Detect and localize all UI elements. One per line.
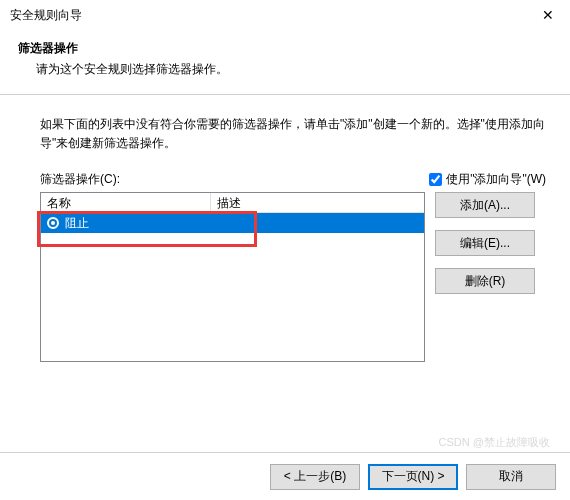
header-subtitle: 请为这个安全规则选择筛选器操作。 — [18, 61, 546, 78]
list-header-row: 筛选器操作(C): 使用"添加向导"(W) — [40, 171, 546, 188]
remove-button[interactable]: 删除(R) — [435, 268, 535, 294]
edit-button[interactable]: 编辑(E)... — [435, 230, 535, 256]
header-title: 筛选器操作 — [18, 40, 546, 57]
filter-action-listbox[interactable]: 名称 描述 阻止 — [40, 192, 425, 362]
use-wizard-label: 使用"添加向导"(W) — [446, 171, 546, 188]
list-item[interactable]: 阻止 — [41, 213, 424, 233]
body-description: 如果下面的列表中没有符合你需要的筛选器操作，请单击"添加"创建一个新的。选择"使… — [40, 115, 546, 153]
close-button[interactable]: ✕ — [525, 0, 570, 30]
header-section: 筛选器操作 请为这个安全规则选择筛选器操作。 — [0, 30, 570, 95]
cancel-button[interactable]: 取消 — [466, 464, 556, 490]
body-section: 如果下面的列表中没有符合你需要的筛选器操作，请单击"添加"创建一个新的。选择"使… — [0, 95, 570, 362]
use-wizard-checkbox-area[interactable]: 使用"添加向导"(W) — [429, 171, 546, 188]
side-buttons: 添加(A)... 编辑(E)... 删除(R) — [435, 192, 535, 294]
add-button[interactable]: 添加(A)... — [435, 192, 535, 218]
radio-selected-icon — [47, 217, 59, 229]
list-columns: 名称 描述 — [41, 193, 424, 213]
list-item-label: 阻止 — [65, 215, 89, 232]
titlebar: 安全规则向导 ✕ — [0, 0, 570, 30]
list-label: 筛选器操作(C): — [40, 171, 429, 188]
column-name[interactable]: 名称 — [41, 193, 211, 212]
footer: < 上一步(B) 下一页(N) > 取消 — [0, 452, 570, 500]
back-button[interactable]: < 上一步(B) — [270, 464, 360, 490]
content-row: 名称 描述 阻止 添加(A)... 编辑(E)... 删除(R) — [40, 192, 546, 362]
column-desc[interactable]: 描述 — [211, 193, 424, 212]
window-title: 安全规则向导 — [10, 7, 525, 24]
watermark: CSDN @禁止故障吸收 — [439, 435, 550, 450]
close-icon: ✕ — [542, 7, 554, 23]
next-button[interactable]: 下一页(N) > — [368, 464, 458, 490]
use-wizard-checkbox[interactable] — [429, 173, 442, 186]
